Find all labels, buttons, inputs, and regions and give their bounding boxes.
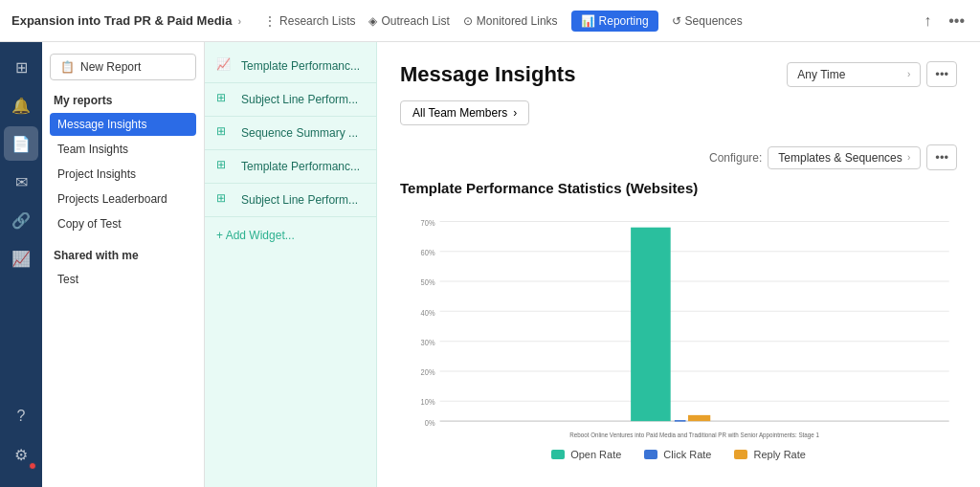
sidebar-item-project-insights[interactable]: Project Insights xyxy=(50,163,196,186)
svg-text:0%: 0% xyxy=(425,417,435,428)
new-report-icon: 📋 xyxy=(60,60,75,74)
widget-subject-line-1[interactable]: ⊞ Subject Line Perform... xyxy=(205,83,376,117)
widget-template-perf-1[interactable]: 📈 Template Performanc... xyxy=(205,50,376,83)
legend-open-rate: Open Rate xyxy=(551,449,621,460)
reporting-icon: 📊 xyxy=(581,14,595,28)
svg-text:40%: 40% xyxy=(421,307,435,318)
sidebar-item-message-insights[interactable]: Message Insights xyxy=(50,113,196,136)
config-more-button[interactable]: ••• xyxy=(926,144,957,170)
top-nav: Expansion into Trad PR & Paid Media › ⋮ … xyxy=(0,0,980,42)
shared-with-me-title: Shared with me xyxy=(50,249,196,262)
chevron-icon: › xyxy=(237,15,241,27)
bar-chart: 70% 60% 50% 40% 30% 20% 10% 0% Reboot On… xyxy=(400,211,957,441)
nav-help-icon[interactable]: ? xyxy=(4,399,38,433)
reports-sidebar: 📋 New Report My reports Message Insights… xyxy=(42,42,205,487)
notification-badge xyxy=(29,462,36,470)
nav-settings-icon[interactable]: ⚙ xyxy=(4,437,38,472)
open-rate-bar xyxy=(631,228,671,421)
reply-rate-bar xyxy=(688,415,710,421)
nav-chart-icon[interactable]: 📈 xyxy=(4,241,38,276)
main-layout: ⊞ 🔔 📄 ✉ 🔗 📈 ? ⚙ 📋 New Report My reports … xyxy=(0,42,980,487)
my-reports-title: My reports xyxy=(50,94,196,107)
nav-link-icon[interactable]: 🔗 xyxy=(4,203,38,237)
svg-text:20%: 20% xyxy=(421,366,435,377)
reporting-link[interactable]: 📊 Reporting xyxy=(571,11,658,32)
breadcrumb-text: Expansion into Trad PR & Paid Media xyxy=(11,13,232,28)
svg-text:30%: 30% xyxy=(421,337,435,347)
monitor-icon: ⊙ xyxy=(463,14,473,28)
research-lists-link[interactable]: ⋮ Research Lists xyxy=(264,14,355,28)
chart-config-row: Configure: Templates & Sequences › ••• xyxy=(400,144,957,170)
reply-rate-legend-dot xyxy=(734,450,747,459)
config-dropdown[interactable]: Templates & Sequences › xyxy=(768,146,921,169)
configure-label: Configure: xyxy=(709,151,762,165)
filter-row: All Team Members › xyxy=(400,100,957,125)
sidebar-item-team-insights[interactable]: Team Insights xyxy=(50,138,196,161)
sequences-icon: ↺ xyxy=(672,14,681,28)
new-report-button[interactable]: 📋 New Report xyxy=(50,54,196,80)
grid-icon-4: ⊞ xyxy=(216,191,234,209)
sidebar-item-copy-of-test[interactable]: Copy of Test xyxy=(50,212,196,235)
widget-subject-line-2[interactable]: ⊞ Subject Line Perform... xyxy=(205,184,376,217)
chart-wrapper: 70% 60% 50% 40% 30% 20% 10% 0% Reboot On… xyxy=(400,211,957,441)
svg-text:50%: 50% xyxy=(421,277,435,287)
chart-title: Template Performance Statistics (Website… xyxy=(400,180,957,196)
time-filter-dropdown[interactable]: Any Time › xyxy=(787,62,921,87)
research-lists-icon: ⋮ xyxy=(264,14,276,28)
svg-text:Reboot Online Ventures into Pa: Reboot Online Ventures into Paid Media a… xyxy=(569,431,819,439)
icon-sidebar: ⊞ 🔔 📄 ✉ 🔗 📈 ? ⚙ xyxy=(0,42,42,487)
config-dropdown-chevron: › xyxy=(907,152,910,163)
upload-icon[interactable]: ↑ xyxy=(920,11,935,32)
widgets-sidebar: 📈 Template Performanc... ⊞ Subject Line … xyxy=(205,42,377,487)
time-dropdown-chevron: › xyxy=(907,69,910,79)
outreach-icon: ◈ xyxy=(368,14,377,28)
legend-click-rate: Click Rate xyxy=(644,449,711,460)
nav-mail-icon[interactable]: ✉ xyxy=(4,165,38,199)
click-rate-bar xyxy=(675,420,686,422)
top-nav-links: ⋮ Research Lists ◈ Outreach List ⊙ Monit… xyxy=(264,11,743,32)
widget-sequence-summary[interactable]: ⊞ Sequence Summary ... xyxy=(205,117,376,150)
content-header: Message Insights Any Time › ••• xyxy=(400,61,957,87)
legend-reply-rate: Reply Rate xyxy=(734,449,805,460)
sidebar-item-projects-leaderboard[interactable]: Projects Leaderboard xyxy=(50,188,196,210)
add-widget-button[interactable]: + Add Widget... xyxy=(205,221,376,250)
grid-icon-2: ⊞ xyxy=(216,124,234,142)
team-filter-button[interactable]: All Team Members › xyxy=(400,100,529,125)
svg-text:70%: 70% xyxy=(421,217,435,228)
sidebar-item-test[interactable]: Test xyxy=(50,268,196,291)
widget-template-perf-2[interactable]: ⊞ Template Performanc... xyxy=(205,150,376,184)
line-chart-icon: 📈 xyxy=(216,57,234,75)
chart-legend: Open Rate Click Rate Reply Rate xyxy=(400,449,957,460)
outreach-list-link[interactable]: ◈ Outreach List xyxy=(368,14,449,28)
shared-section: Shared with me Test xyxy=(50,249,196,291)
click-rate-legend-dot xyxy=(644,450,657,459)
grid-icon-3: ⊞ xyxy=(216,158,234,175)
team-filter-chevron: › xyxy=(513,106,517,120)
sequences-link[interactable]: ↺ Sequences xyxy=(672,14,743,28)
more-options-icon[interactable]: ••• xyxy=(945,11,969,32)
monitored-links-link[interactable]: ⊙ Monitored Links xyxy=(463,14,558,28)
open-rate-legend-dot xyxy=(551,450,565,459)
nav-home-icon[interactable]: ⊞ xyxy=(4,50,38,84)
top-nav-right: ↑ ••• xyxy=(920,11,969,32)
breadcrumb: Expansion into Trad PR & Paid Media › xyxy=(11,13,241,28)
main-content: Message Insights Any Time › ••• All Team… xyxy=(377,42,980,487)
page-title: Message Insights xyxy=(400,62,575,87)
grid-icon-1: ⊞ xyxy=(216,91,234,108)
nav-bell-icon[interactable]: 🔔 xyxy=(4,88,38,122)
header-right: Any Time › ••• xyxy=(787,61,957,87)
nav-document-icon[interactable]: 📄 xyxy=(4,126,38,161)
svg-text:60%: 60% xyxy=(421,247,435,257)
svg-text:10%: 10% xyxy=(421,397,435,408)
header-more-button[interactable]: ••• xyxy=(926,61,957,87)
